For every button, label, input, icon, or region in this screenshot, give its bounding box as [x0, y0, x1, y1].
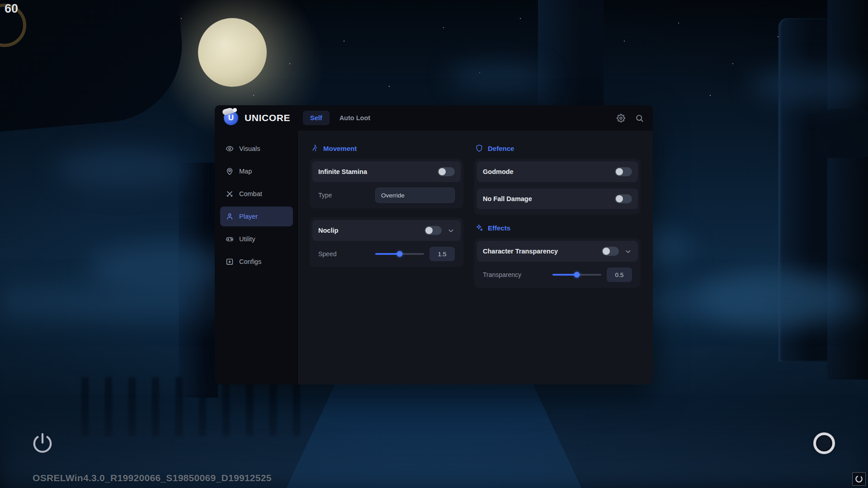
slider-thumb[interactable] [397, 251, 403, 257]
infinite-stamina-panel: Infinite Stamina Type Override [310, 159, 463, 208]
search-icon[interactable] [635, 114, 644, 122]
sidebar-item-combat[interactable]: Combat [220, 184, 293, 204]
row-label: Character Transparency [483, 248, 558, 255]
sidebar-item-map[interactable]: Map [220, 161, 293, 181]
infinite-stamina-toggle[interactable] [438, 167, 455, 176]
sidebar-label: Combat [239, 190, 262, 197]
row-label: Godmode [483, 168, 514, 175]
box-arrow-icon [226, 258, 234, 266]
sidebar-label: Visuals [239, 145, 260, 152]
tab-self[interactable]: Self [303, 111, 330, 125]
defence-panel: Godmode No Fall Damage [474, 159, 641, 215]
sidebar-label: Player [239, 213, 258, 220]
slider-thumb[interactable] [574, 272, 580, 278]
gamepad-icon [226, 235, 234, 243]
record-ring-button[interactable] [813, 432, 835, 454]
swords-icon [226, 190, 234, 198]
sidebar-label: Utility [239, 235, 255, 243]
chevron-down-icon[interactable] [447, 227, 455, 235]
section-label: Effects [488, 224, 510, 232]
map-pin-icon [226, 167, 234, 175]
character-transparency-row[interactable]: Character Transparency [477, 241, 638, 262]
effects-section-title: Effects [475, 224, 641, 232]
effects-panel: Character Transparency Transparency 0.5 [474, 238, 641, 288]
sidebar-item-configs[interactable]: Configs [220, 252, 293, 272]
build-version: OSRELWin4.3.0_R19920066_S19850069_D19912… [33, 473, 272, 483]
app-title: UNICORE [245, 113, 290, 123]
type-select[interactable]: Override [375, 188, 455, 203]
sparkles-icon [475, 224, 483, 232]
row-label: Transparency [483, 271, 521, 278]
no-fall-damage-row[interactable]: No Fall Damage [477, 188, 638, 209]
infinite-stamina-row[interactable]: Infinite Stamina [312, 161, 461, 182]
movement-section-title: Movement [311, 144, 463, 152]
speed-row: Speed 1.5 [312, 244, 461, 264]
sidebar-label: Map [239, 168, 252, 175]
section-label: Defence [488, 145, 514, 152]
fps-counter: 60 [5, 2, 18, 16]
eye-icon [226, 145, 234, 153]
section-label: Movement [323, 145, 357, 152]
character-transparency-toggle[interactable] [602, 247, 619, 256]
sidebar-item-player[interactable]: Player [220, 206, 293, 226]
sidebar: Visuals Map Combat Player Utility Config… [215, 131, 299, 385]
content-area: Movement Infinite Stamina Type Override [299, 131, 653, 385]
select-value: Override [381, 192, 405, 199]
sidebar-item-visuals[interactable]: Visuals [220, 139, 293, 159]
power-button[interactable] [31, 432, 54, 455]
row-label: Speed [318, 250, 336, 258]
noclip-panel: Noclip Speed 1.5 [310, 217, 463, 267]
person-icon [226, 212, 234, 221]
gear-icon[interactable] [617, 114, 625, 122]
shield-icon [475, 144, 483, 152]
defence-section-title: Defence [475, 144, 641, 152]
window-header: U UNICORE Self Auto Loot [215, 105, 653, 131]
chevron-down-icon[interactable] [624, 248, 632, 255]
speed-value: 1.5 [429, 247, 455, 261]
transparency-slider[interactable] [552, 274, 601, 276]
godmode-row[interactable]: Godmode [477, 161, 638, 182]
walking-icon [311, 144, 319, 152]
row-label: No Fall Damage [483, 195, 532, 202]
logo-letter: U [228, 113, 234, 122]
speed-slider[interactable] [375, 253, 424, 255]
sidebar-label: Configs [239, 258, 261, 265]
no-fall-damage-toggle[interactable] [615, 194, 632, 203]
tab-auto-loot[interactable]: Auto Loot [332, 111, 377, 125]
row-label: Noclip [318, 227, 338, 234]
transparency-row: Transparency 0.5 [477, 264, 638, 285]
sidebar-item-utility[interactable]: Utility [220, 229, 293, 249]
tab-bar: Self Auto Loot [303, 111, 377, 125]
noclip-toggle[interactable] [425, 226, 442, 235]
noclip-row[interactable]: Noclip [312, 220, 461, 241]
type-row: Type Override [312, 185, 461, 206]
unicore-logo: U [224, 111, 238, 125]
header-icons [617, 114, 644, 122]
transparency-value: 0.5 [607, 267, 632, 282]
unicore-window: U UNICORE Self Auto Loot Visuals Map [215, 105, 653, 385]
godmode-toggle[interactable] [615, 167, 632, 176]
row-label: Infinite Stamina [318, 168, 367, 175]
row-label: Type [318, 192, 332, 199]
spinner-icon [852, 472, 866, 486]
